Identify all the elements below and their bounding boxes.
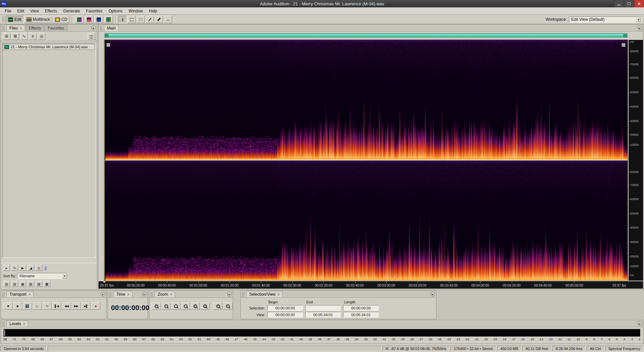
spectral-display[interactable]: [104, 40, 628, 281]
chevron-down-icon[interactable]: ▼: [62, 274, 67, 279]
menu-edit[interactable]: Edit: [14, 8, 27, 14]
filter-midi-icon[interactable]: ▧: [27, 281, 34, 287]
overview-track[interactable]: [104, 33, 628, 38]
playhead-cursor[interactable]: [104, 40, 105, 281]
panel-grip[interactable]: [242, 292, 244, 297]
scrub-tool-button[interactable]: [164, 16, 172, 23]
workspace-dropdown[interactable]: Edit View (Default) ▼: [569, 16, 642, 23]
tab-close-icon[interactable]: ×: [170, 292, 172, 296]
tab-levels[interactable]: Levels ×: [6, 320, 28, 327]
tab-files[interactable]: Files ×: [6, 25, 25, 31]
menu-help[interactable]: Help: [146, 8, 160, 14]
zoom-to-selection-button[interactable]: ▫: [181, 302, 190, 310]
stop-button[interactable]: ■: [3, 302, 13, 310]
maximize-button[interactable]: [624, 0, 634, 7]
menu-window[interactable]: Window: [125, 8, 146, 14]
chevron-down-icon[interactable]: ▼: [636, 17, 641, 22]
zoom-in-vertical-button[interactable]: +: [213, 302, 223, 310]
panel-menu-icon[interactable]: ▶: [91, 25, 96, 30]
menu-effects[interactable]: Effects: [42, 8, 60, 14]
tab-close-icon[interactable]: ×: [23, 322, 25, 326]
view-begin-field[interactable]: 00:00:00:00: [267, 312, 303, 317]
tab-transport[interactable]: Transport ×: [6, 291, 34, 297]
tab-close-icon[interactable]: ×: [127, 292, 129, 296]
time-selection-tool-button[interactable]: [118, 16, 127, 23]
play-looped-button[interactable]: ↻: [42, 302, 52, 310]
advanced-options-icon[interactable]: ◫: [88, 33, 95, 40]
follow-time-icon[interactable]: ◷: [35, 265, 42, 271]
zoom-out-full-button[interactable]: [171, 302, 180, 310]
record-button[interactable]: ●: [91, 302, 100, 310]
tab-time[interactable]: Time ×: [113, 291, 132, 297]
edit-file-icon[interactable]: ∿: [20, 33, 28, 40]
filter-loop-icon[interactable]: ▥: [11, 281, 18, 287]
tab-main[interactable]: Main: [104, 25, 119, 31]
effects-paintbrush-tool-button[interactable]: [146, 16, 154, 23]
play-from-cursor-button[interactable]: ▷: [33, 302, 42, 310]
display-corner-handle[interactable]: [106, 43, 110, 47]
overview-range-bar[interactable]: [105, 34, 627, 37]
panel-grip[interactable]: [109, 292, 111, 297]
fast-forward-button[interactable]: ▶▶: [71, 302, 81, 310]
display-corner-handle[interactable]: [622, 43, 626, 47]
filter-cd-icon[interactable]: ▩: [43, 281, 50, 287]
footer-link[interactable]: 0: [45, 266, 47, 270]
edit-view-button[interactable]: Edit: [6, 16, 24, 23]
rewind-button[interactable]: ◀◀: [62, 302, 71, 310]
panel-grip[interactable]: [100, 26, 102, 31]
close-file-icon[interactable]: ⊠: [11, 33, 19, 40]
multitrack-view-button[interactable]: Multitrack: [24, 16, 52, 23]
playhead-marker-icon[interactable]: [103, 281, 106, 283]
spectral-frequency-view-button[interactable]: [85, 16, 94, 23]
marquee-selection-tool-button[interactable]: [127, 16, 136, 23]
frequency-ruler[interactable]: Hz80000700006000050000400003000020000100…: [629, 40, 643, 281]
zoom-left-edge-button[interactable]: [: [191, 302, 200, 310]
zoom-out-horizontal-button[interactable]: −: [161, 302, 171, 310]
panel-grip[interactable]: [2, 322, 4, 327]
filter-video-icon[interactable]: ▦: [19, 281, 26, 287]
tab-effects[interactable]: Effects: [26, 25, 44, 31]
loop-play-icon[interactable]: ↻: [11, 265, 18, 271]
play-file-icon[interactable]: ▶: [19, 265, 26, 271]
panel-grip[interactable]: [2, 26, 4, 31]
spectral-phase-view-button[interactable]: [104, 16, 113, 23]
selection-end-field[interactable]: [305, 305, 341, 311]
minimize-button[interactable]: [614, 0, 624, 7]
toolbar-grip[interactable]: [2, 16, 4, 22]
tab-close-icon[interactable]: ×: [278, 292, 280, 296]
panel-menu-icon[interactable]: ▶: [637, 321, 642, 326]
tab-zoom[interactable]: Zoom ×: [155, 291, 175, 297]
tab-close-icon[interactable]: ×: [29, 292, 31, 296]
timeline-ruler[interactable]: 29.97 fps 00:00:20:0000:00:40:0000:01:00…: [99, 281, 643, 289]
close-button[interactable]: ×: [634, 0, 644, 7]
volume-icon[interactable]: ◢: [27, 265, 34, 271]
spectral-pan-view-button[interactable]: [94, 16, 103, 23]
menu-generate[interactable]: Generate: [60, 8, 83, 14]
filter-session-icon[interactable]: ▨: [35, 281, 42, 287]
file-row[interactable]: ∿21 - Merry Christmas Mr. Lawrence (M-34…: [3, 44, 95, 50]
insert-into-cd-icon[interactable]: ◎: [38, 33, 45, 40]
selection-begin-field[interactable]: 00:00:00:00: [267, 305, 303, 311]
selection-length-field[interactable]: 00:00:00:00: [343, 305, 379, 311]
panel-grip[interactable]: [2, 292, 4, 297]
menu-options[interactable]: Options: [106, 8, 125, 14]
panel-menu-icon[interactable]: ▶: [142, 292, 147, 296]
import-file-icon[interactable]: ⊞: [3, 33, 10, 40]
tab-favorites[interactable]: Favorites: [45, 25, 67, 31]
zoom-right-edge-button[interactable]: ]: [200, 302, 210, 310]
menu-file[interactable]: File: [2, 8, 14, 14]
view-end-field[interactable]: 00:05:34:01: [305, 312, 341, 317]
sort-by-dropdown[interactable]: Filename ▼: [17, 273, 67, 279]
panel-menu-icon[interactable]: ▶: [637, 25, 642, 30]
view-length-field[interactable]: 00:05:34:01: [343, 312, 379, 317]
menu-view[interactable]: View: [27, 8, 42, 14]
menu-favorites[interactable]: Favorites: [83, 8, 105, 14]
lasso-selection-tool-button[interactable]: [137, 16, 145, 23]
pause-button[interactable]: ▌▌: [23, 302, 32, 310]
panel-grip[interactable]: [151, 292, 153, 297]
go-to-end-button[interactable]: ▶▌: [81, 302, 91, 310]
waveform-view-button[interactable]: [75, 16, 84, 23]
cd-view-button[interactable]: CD: [53, 16, 69, 23]
go-to-beginning-button[interactable]: ▌◀: [52, 302, 61, 310]
tab-selection-view[interactable]: Selection/View ×: [246, 291, 283, 297]
